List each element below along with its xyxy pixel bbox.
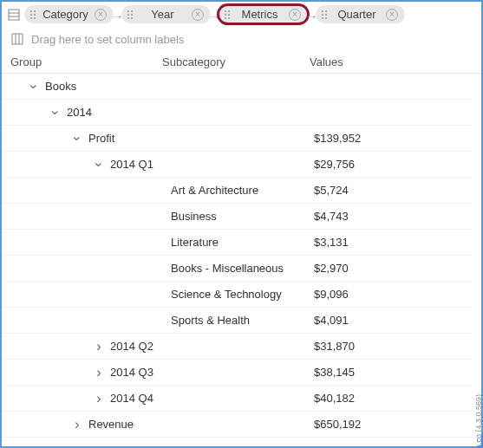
table-row: Sports & Health$4,091 <box>2 308 473 334</box>
column-placeholder: Drag here to set column labels <box>31 33 184 46</box>
svg-point-4 <box>34 10 36 12</box>
group-row: Revenue$650,192 <box>2 412 473 438</box>
svg-point-15 <box>225 10 226 12</box>
watermark-link[interactable]: http://vitara.co <box>474 434 483 448</box>
group-label: Revenue <box>88 418 134 431</box>
svg-point-22 <box>325 10 327 12</box>
close-icon[interactable]: × <box>289 9 301 21</box>
chevron-down-icon[interactable] <box>71 132 83 146</box>
svg-point-18 <box>228 14 230 16</box>
pivot-container: Category×⇢Year×⇢Metrics×⇢Quarter× Drag h… <box>0 0 483 448</box>
grip-icon[interactable] <box>127 10 134 20</box>
group-row: 2014 Q2$31,870 <box>2 334 473 360</box>
watermark: http://vitara.co (4.3.0.569) <box>474 394 483 448</box>
value-cell: $650,192 <box>314 418 464 431</box>
svg-point-25 <box>322 17 323 19</box>
table-row: Science & Technology$9,096 <box>2 282 473 308</box>
table-row: Literature$3,131 <box>2 230 473 256</box>
value-cell: $31,870 <box>314 340 464 353</box>
svg-point-10 <box>131 10 133 12</box>
group-row: Books <box>2 74 473 100</box>
svg-point-11 <box>127 14 129 16</box>
grip-icon[interactable] <box>224 10 231 20</box>
chevron-right-icon[interactable] <box>93 340 105 354</box>
group-cell: 2014 Q2 <box>10 340 171 354</box>
svg-point-20 <box>228 17 230 19</box>
svg-point-17 <box>225 14 226 16</box>
svg-point-9 <box>127 10 129 12</box>
grip-icon[interactable] <box>29 10 36 20</box>
watermark-version: (4.3.0.569) <box>474 394 483 432</box>
subcategory-cell: Business <box>171 210 314 223</box>
value-cell: $40,182 <box>314 392 464 405</box>
header-subcategory: Subcategory <box>162 55 310 68</box>
svg-point-3 <box>30 10 32 12</box>
group-label: 2014 Q2 <box>110 340 153 353</box>
svg-point-7 <box>30 17 32 19</box>
arrow-separator-icon: ⇢ <box>211 11 219 22</box>
subcategory-cell: Science & Technology <box>171 288 314 301</box>
chevron-down-icon[interactable] <box>49 106 62 120</box>
field-pill-metrics[interactable]: Metrics× <box>219 5 308 23</box>
close-icon[interactable]: × <box>95 9 107 21</box>
svg-point-8 <box>34 17 36 19</box>
group-label: Profit <box>88 132 114 145</box>
value-cell: $38,145 <box>314 366 464 379</box>
value-cell: $2,970 <box>314 262 464 275</box>
subcategory-cell: Literature <box>171 236 314 249</box>
value-cell: $4,743 <box>314 210 464 223</box>
group-row: 2014 <box>2 100 473 126</box>
arrow-separator-icon: ⇢ <box>114 11 121 22</box>
svg-point-13 <box>127 17 129 19</box>
chevron-right-icon[interactable] <box>93 392 105 406</box>
value-cell: $4,091 <box>314 314 464 327</box>
value-cell: $9,096 <box>314 288 464 301</box>
chevron-right-icon[interactable] <box>71 418 83 432</box>
group-cell: Profit <box>10 132 171 146</box>
svg-point-5 <box>30 14 32 16</box>
svg-point-21 <box>322 10 323 12</box>
subcategory-cell: Art & Architecture <box>171 184 314 197</box>
arrow-separator-icon: ⇢ <box>308 11 316 22</box>
group-cell: 2014 Q3 <box>10 366 171 380</box>
field-pill-category[interactable]: Category× <box>24 5 114 23</box>
field-pill-quarter[interactable]: Quarter× <box>316 5 405 23</box>
close-icon[interactable]: × <box>192 9 204 21</box>
group-cell: Books <box>10 80 314 94</box>
value-cell: $29,756 <box>314 158 464 171</box>
svg-point-26 <box>325 17 327 19</box>
svg-point-6 <box>34 14 36 16</box>
group-cell: 2014 Q4 <box>10 392 171 406</box>
column-fields-bar[interactable]: Drag here to set column labels <box>2 27 481 51</box>
grand-totals-label: Grand Totals <box>36 445 100 446</box>
group-row: 2014 Q3$38,145 <box>2 360 473 386</box>
group-label: Books <box>45 80 76 93</box>
value-cell: $5,724 <box>314 184 464 197</box>
chevron-down-icon[interactable] <box>93 158 105 172</box>
svg-point-24 <box>325 14 327 16</box>
grip-icon[interactable] <box>321 10 328 20</box>
header-group: Group <box>10 55 162 68</box>
chevron-right-icon[interactable] <box>93 366 105 380</box>
columns-icon <box>10 32 24 46</box>
group-cell: Revenue <box>10 418 171 432</box>
svg-point-19 <box>225 17 226 19</box>
svg-point-23 <box>322 14 323 16</box>
row-fields-bar: Category×⇢Year×⇢Metrics×⇢Quarter× <box>2 2 481 27</box>
svg-point-14 <box>131 17 133 19</box>
group-cell: 2014 Q1 <box>10 158 171 172</box>
chevron-down-icon[interactable] <box>28 80 40 94</box>
field-pill-year[interactable]: Year× <box>121 5 211 23</box>
grand-totals-row: Grand Totals <box>2 438 473 446</box>
svg-rect-0 <box>9 10 19 20</box>
group-cell: 2014 <box>10 106 314 120</box>
grid-body[interactable]: Books2014Profit$139,9522014 Q1$29,756Art… <box>2 74 481 446</box>
pill-label: Category <box>42 8 89 21</box>
close-icon[interactable]: × <box>386 9 398 21</box>
svg-point-16 <box>228 10 230 12</box>
group-row: 2014 Q4$40,182 <box>2 386 473 412</box>
table-row: Business$4,743 <box>2 204 473 230</box>
header-values: Values <box>310 55 473 68</box>
svg-rect-27 <box>12 34 23 44</box>
pill-label: Metrics <box>236 8 284 21</box>
